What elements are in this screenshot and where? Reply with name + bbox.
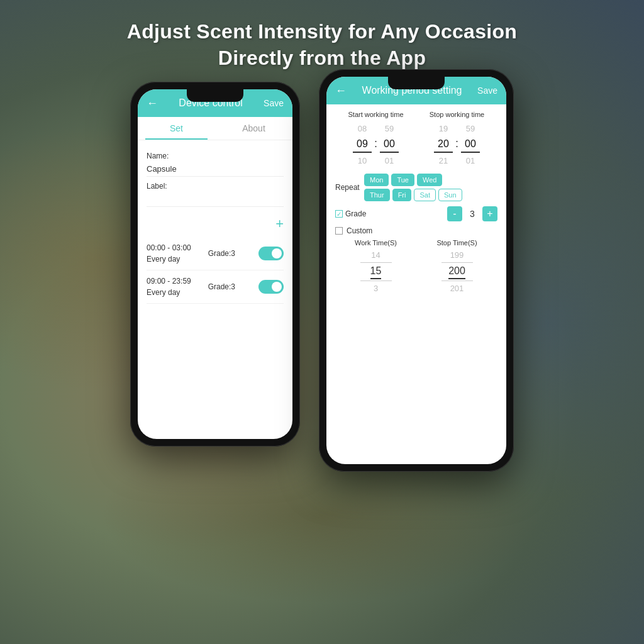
start-hour-below: 10 <box>353 154 372 167</box>
name-value: Capsule <box>147 162 284 177</box>
start-hour-col: 08 09 10 <box>353 122 372 167</box>
label-label: Label: <box>147 182 284 191</box>
schedule-1-info: 00:00 - 03:00 Every day <box>147 242 191 265</box>
custom-label-text: Custom <box>347 226 372 235</box>
name-label: Name: <box>147 152 284 160</box>
tab-about[interactable]: About <box>215 117 292 140</box>
stop-time-ws-col: Stop Time(S) 199 200 201 <box>432 239 482 294</box>
stop-min-col: 59 00 01 <box>461 122 480 167</box>
phone-right-screen: ← Working period setting Save Start work… <box>326 77 506 464</box>
stop-hour-below: 21 <box>434 154 453 167</box>
stop-time-col: Stop working time 19 20 21 : 59 00 <box>416 111 497 167</box>
phone-right: ← Working period setting Save Start work… <box>319 69 514 472</box>
schedule-item-1: 00:00 - 03:00 Every day Grade:3 <box>147 237 284 270</box>
right-screen-content: Start working time 08 09 10 : 59 00 <box>326 104 506 306</box>
grade-value: 3 <box>467 209 477 219</box>
add-schedule-button[interactable]: + <box>275 216 284 232</box>
day-wed[interactable]: Wed <box>417 174 442 186</box>
stop-time-digits: 199 200 201 <box>432 249 482 294</box>
work-time-above: 14 <box>371 249 380 261</box>
work-time-digits: 14 15 3 <box>351 249 401 294</box>
start-min-above: 59 <box>380 122 399 135</box>
stop-time-ws-label: Stop Time(S) <box>432 239 482 247</box>
schedule-2-grade: Grade:3 <box>208 282 235 291</box>
left-tabs: Set About <box>138 117 292 140</box>
schedule-2-repeat: Every day <box>147 287 191 298</box>
grade-minus-button[interactable]: - <box>447 206 462 221</box>
stop-time-divider2 <box>441 280 473 281</box>
schedule-1-repeat: Every day <box>147 253 191 265</box>
phone-left-screen: ← Device control Save Set About Name: Ca… <box>138 89 292 439</box>
days-row-2: Thur Fri Sat Sun <box>364 189 497 201</box>
start-hour-current[interactable]: 09 <box>353 136 372 153</box>
work-time-below: 3 <box>374 282 378 294</box>
start-time-picker: 08 09 10 : 59 00 01 <box>335 122 416 167</box>
schedule-2-toggle[interactable] <box>258 280 284 294</box>
work-time-label: Work Time(S) <box>351 239 401 247</box>
day-thur[interactable]: Thur <box>364 189 390 201</box>
headline-line2: Directly from the App <box>0 45 644 72</box>
schedule-2-time: 09:00 - 23:59 <box>147 275 191 287</box>
grade-label-text: Grade <box>345 209 366 218</box>
day-tue[interactable]: Tue <box>391 174 414 186</box>
right-save-button[interactable]: Save <box>477 86 497 96</box>
schedule-1-toggle[interactable] <box>258 247 284 260</box>
day-mon[interactable]: Mon <box>364 174 389 186</box>
day-sat[interactable]: Sat <box>414 189 436 201</box>
day-fri[interactable]: Fri <box>392 189 412 201</box>
grade-label-with-check: ✓ Grade <box>335 209 366 218</box>
work-stop-section: Work Time(S) 14 15 3 Stop Time(S) <box>335 239 497 294</box>
custom-section: Custom Work Time(S) 14 15 3 <box>335 226 497 294</box>
left-screen-content: Name: Capsule Label: + 00:00 - 03:00 Eve… <box>138 140 292 310</box>
day-sun[interactable]: Sun <box>438 189 462 201</box>
stop-min-below: 01 <box>461 154 480 167</box>
phones-container: ← Device control Save Set About Name: Ca… <box>130 82 514 472</box>
start-min-current[interactable]: 00 <box>380 136 399 153</box>
stop-min-above: 59 <box>461 122 480 135</box>
grade-section: ✓ Grade - 3 + <box>335 206 497 221</box>
work-time-divider <box>360 262 392 263</box>
stop-time-label: Stop working time <box>416 111 497 118</box>
label-value <box>147 192 284 207</box>
repeat-days: Mon Tue Wed Thur Fri Sat Sun <box>364 174 497 201</box>
stop-min-current[interactable]: 00 <box>461 136 480 153</box>
stop-hour-above: 19 <box>434 122 453 135</box>
custom-header: Custom <box>335 226 497 235</box>
days-row-1: Mon Tue Wed <box>364 174 497 186</box>
stop-time-above: 199 <box>450 249 464 261</box>
stop-hour-current[interactable]: 20 <box>434 136 453 153</box>
tab-set[interactable]: Set <box>138 117 215 140</box>
time-section: Start working time 08 09 10 : 59 00 <box>335 111 497 167</box>
stop-time-picker: 19 20 21 : 59 00 01 <box>416 122 497 167</box>
repeat-label: Repeat <box>335 183 360 192</box>
phone-right-notch <box>388 77 445 89</box>
headline-line1: Adjust Scent Intensity for Any Occasion <box>0 19 644 45</box>
schedule-item-2: 09:00 - 23:59 Every day Grade:3 <box>147 270 284 304</box>
schedule-1-time: 00:00 - 03:00 <box>147 242 191 253</box>
phone-left: ← Device control Save Set About Name: Ca… <box>130 82 300 447</box>
grade-controls: - 3 + <box>447 206 497 221</box>
right-back-button[interactable]: ← <box>335 84 347 97</box>
start-hour-above: 08 <box>353 122 372 135</box>
custom-checkbox[interactable] <box>335 227 343 235</box>
repeat-section: Repeat Mon Tue Wed Thur Fri Sat Sun <box>335 174 497 201</box>
stop-hour-col: 19 20 21 <box>434 122 453 167</box>
left-back-button[interactable]: ← <box>147 97 158 110</box>
grade-checkbox[interactable]: ✓ <box>335 210 343 218</box>
work-time-col: Work Time(S) 14 15 3 <box>351 239 401 294</box>
start-colon: : <box>374 137 377 153</box>
start-min-below: 01 <box>380 154 399 167</box>
stop-colon: : <box>455 137 458 153</box>
left-save-button[interactable]: Save <box>264 98 284 108</box>
schedule-1-grade: Grade:3 <box>208 249 235 258</box>
add-btn-row: + <box>147 211 284 237</box>
headline: Adjust Scent Intensity for Any Occasion … <box>0 19 644 71</box>
start-time-label: Start working time <box>335 111 416 118</box>
stop-time-current[interactable]: 200 <box>448 264 465 279</box>
grade-plus-button[interactable]: + <box>482 206 497 221</box>
stop-time-below: 201 <box>450 282 464 294</box>
start-min-col: 59 00 01 <box>380 122 399 167</box>
schedule-2-info: 09:00 - 23:59 Every day <box>147 275 191 298</box>
phone-left-notch <box>187 89 243 102</box>
work-time-current[interactable]: 15 <box>370 264 382 279</box>
